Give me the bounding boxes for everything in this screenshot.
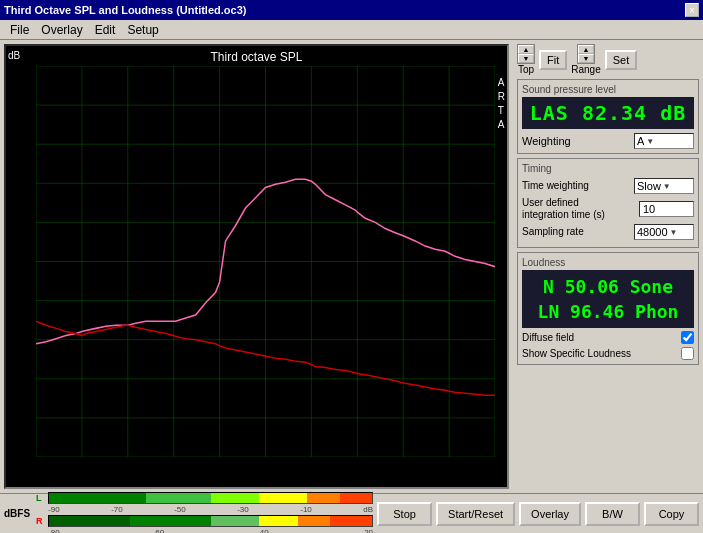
copy-button[interactable]: Copy (644, 502, 699, 526)
chart-title: Third octave SPL (6, 50, 507, 64)
spl-section-label: Sound pressure level (522, 84, 694, 95)
diffuse-row: Diffuse field (522, 331, 694, 344)
menu-bar: File Overlay Edit Setup (0, 20, 703, 40)
bottom-bar: dBFS L -90 -70 -50 -30 -10 dB (0, 493, 703, 533)
menu-overlay[interactable]: Overlay (35, 21, 88, 39)
integration-row: User definedintegration time (s) (522, 197, 694, 221)
spl-section: Sound pressure level LAS 82.34 dB Weight… (517, 79, 699, 154)
time-weighting-row: Time weighting Slow ▼ (522, 178, 694, 194)
meter-ticks-bottom: -80 -60 -40 -20 (36, 528, 373, 534)
sampling-arrow: ▼ (670, 228, 678, 237)
close-button[interactable]: × (685, 3, 699, 17)
loudness-label: Loudness (522, 257, 694, 268)
meter-L-label: L (36, 493, 46, 503)
timing-label: Timing (522, 163, 694, 174)
menu-file[interactable]: File (4, 21, 35, 39)
sampling-label: Sampling rate (522, 226, 584, 238)
chart-area: dB Third octave SPL ARTA (4, 44, 509, 489)
meter-L-bar (48, 492, 373, 504)
stop-button[interactable]: Stop (377, 502, 432, 526)
spl-value: LAS 82.34 dB (522, 97, 694, 129)
timing-section: Timing Time weighting Slow ▼ User define… (517, 158, 699, 248)
sampling-value: 48000 (637, 226, 668, 238)
fit-button[interactable]: Fit (539, 50, 567, 70)
loudness-value: N 50.06 Sone LN 96.46 Phon (522, 270, 694, 328)
menu-setup[interactable]: Setup (121, 21, 164, 39)
meter-R-row: R (36, 514, 373, 528)
meter-ticks-top: -90 -70 -50 -30 -10 dB (36, 505, 373, 514)
meter-R-label: R (36, 516, 46, 526)
sampling-dropdown[interactable]: 48000 ▼ (634, 224, 694, 240)
meter-R-bar-container (48, 515, 373, 527)
time-weighting-label: Time weighting (522, 180, 589, 192)
right-panel: ▲ ▼ Top Fit ▲ ▼ Range Set Sound pressure… (513, 40, 703, 493)
time-weighting-value: Slow (637, 180, 661, 192)
top-label: Top (518, 64, 534, 75)
specific-checkbox[interactable] (681, 347, 694, 360)
diffuse-label: Diffuse field (522, 332, 574, 343)
loudness-line2: LN 96.46 Phon (526, 299, 690, 324)
range-spinner[interactable]: ▲ ▼ (577, 44, 595, 64)
sampling-row: Sampling rate 48000 ▼ (522, 224, 694, 240)
top-spinner[interactable]: ▲ ▼ (517, 44, 535, 64)
title-bar: Third Octave SPL and Loudness (Untitled.… (0, 0, 703, 20)
integration-label: User definedintegration time (s) (522, 197, 605, 221)
weighting-row: Weighting A ▼ (522, 133, 694, 149)
top-down-btn[interactable]: ▼ (518, 54, 534, 63)
range-label: Range (571, 64, 600, 75)
specific-loudness-row: Show Specific Loudness (522, 347, 694, 360)
meter-L-bar-container (48, 492, 373, 504)
start-reset-button[interactable]: Start/Reset (436, 502, 515, 526)
arta-label: ARTA (498, 76, 505, 132)
top-controls: ▲ ▼ Top Fit ▲ ▼ Range Set (517, 44, 699, 75)
specific-label: Show Specific Loudness (522, 348, 631, 359)
meter-L-row: L (36, 491, 373, 505)
diffuse-checkbox[interactable] (681, 331, 694, 344)
weighting-dropdown[interactable]: A ▼ (634, 133, 694, 149)
time-weighting-arrow: ▼ (663, 182, 671, 191)
weighting-dropdown-arrow: ▼ (646, 137, 654, 146)
range-up-btn[interactable]: ▲ (578, 45, 594, 54)
time-weighting-dropdown[interactable]: Slow ▼ (634, 178, 694, 194)
loudness-section: Loudness N 50.06 Sone LN 96.46 Phon Diff… (517, 252, 699, 365)
loudness-line1: N 50.06 Sone (526, 274, 690, 299)
set-button[interactable]: Set (605, 50, 638, 70)
menu-edit[interactable]: Edit (89, 21, 122, 39)
top-up-btn[interactable]: ▲ (518, 45, 534, 54)
overlay-button[interactable]: Overlay (519, 502, 581, 526)
bw-button[interactable]: B/W (585, 502, 640, 526)
weighting-label: Weighting (522, 135, 571, 147)
meter-R-bar (48, 515, 373, 527)
weighting-value: A (637, 135, 644, 147)
chart-svg: 89.00 81.00 73.00 65.00 57.00 49.00 41.0… (36, 66, 495, 457)
dbfs-label: dBFS (4, 508, 30, 519)
meter-wrapper: L -90 -70 -50 -30 -10 dB R (36, 491, 373, 534)
integration-input[interactable] (639, 201, 694, 217)
range-down-btn[interactable]: ▼ (578, 54, 594, 63)
window-title: Third Octave SPL and Loudness (Untitled.… (4, 4, 246, 16)
